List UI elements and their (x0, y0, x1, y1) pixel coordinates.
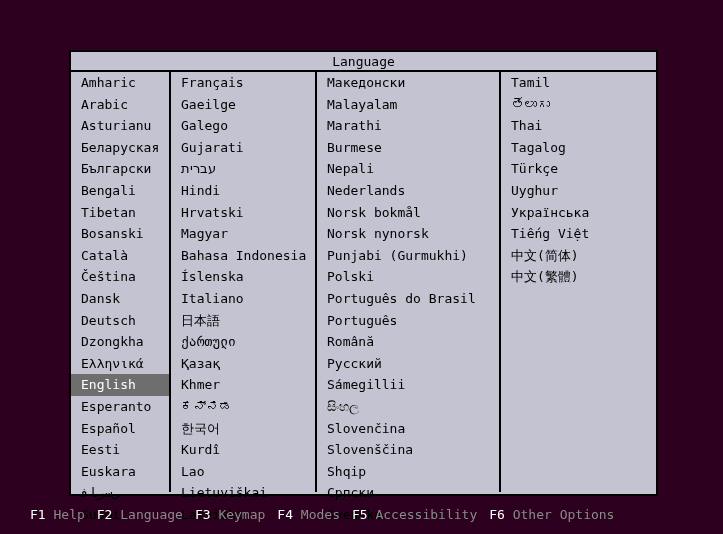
language-option[interactable]: Lietuviškai (171, 482, 315, 504)
language-option[interactable]: 中文(繁體) (501, 266, 656, 288)
language-column: FrançaisGaeilgeGalegoGujaratiעבריתHindiH… (171, 72, 317, 492)
language-option[interactable]: Tibetan (71, 202, 169, 224)
language-option[interactable]: Deutsch (71, 310, 169, 332)
footer-item[interactable]: F1 Help (30, 507, 85, 522)
footer-key: F2 (97, 507, 113, 522)
language-option[interactable]: Dansk (71, 288, 169, 310)
language-option[interactable]: Tiếng Việt (501, 223, 656, 245)
language-option[interactable]: Hrvatski (171, 202, 315, 224)
language-option[interactable]: Bengali (71, 180, 169, 202)
language-option[interactable]: Esperanto (71, 396, 169, 418)
language-option[interactable]: සිංහල (317, 396, 499, 418)
footer-label: Keymap (211, 507, 266, 522)
language-option[interactable]: Tagalog (501, 137, 656, 159)
language-option[interactable]: Български (71, 158, 169, 180)
language-option[interactable]: Türkçe (501, 158, 656, 180)
language-option[interactable]: Slovenščina (317, 439, 499, 461)
language-option[interactable]: Nederlands (317, 180, 499, 202)
footer-label: Language (112, 507, 182, 522)
language-option[interactable]: 中文(简体) (501, 245, 656, 267)
footer-label: Help (46, 507, 85, 522)
language-option[interactable]: Eesti (71, 439, 169, 461)
language-option[interactable]: Қазақ (171, 353, 315, 375)
language-option[interactable]: Kurdî (171, 439, 315, 461)
language-option[interactable]: Burmese (317, 137, 499, 159)
language-option[interactable]: Slovenčina (317, 418, 499, 440)
footer-key: F5 (352, 507, 368, 522)
footer-item[interactable]: F6 Other Options (489, 507, 614, 522)
language-option[interactable]: Српски (317, 482, 499, 504)
language-option[interactable]: Norsk bokmål (317, 202, 499, 224)
language-option[interactable]: Bosanski (71, 223, 169, 245)
language-column: TamilతెలుగుThaiTagalogTürkçeUyghurУкраїн… (501, 72, 656, 492)
footer-bar: F1 HelpF2 LanguageF3 KeymapF4 ModesF5 Ac… (30, 507, 614, 522)
language-option[interactable]: Norsk nynorsk (317, 223, 499, 245)
language-option[interactable]: Arabic (71, 94, 169, 116)
language-option[interactable]: Gujarati (171, 137, 315, 159)
language-column: AmharicArabicAsturianuБеларускаяБългарск… (71, 72, 171, 492)
language-option[interactable]: Português (317, 310, 499, 332)
language-option[interactable]: Català (71, 245, 169, 267)
language-option[interactable]: Shqip (317, 461, 499, 483)
language-option[interactable]: Hindi (171, 180, 315, 202)
language-option[interactable]: Dzongkha (71, 331, 169, 353)
footer-label: Modes (293, 507, 340, 522)
footer-label: Other Options (505, 507, 615, 522)
language-option[interactable]: Malayalam (317, 94, 499, 116)
footer-item[interactable]: F3 Keymap (195, 507, 265, 522)
footer-key: F4 (277, 507, 293, 522)
language-option[interactable]: Amharic (71, 72, 169, 94)
language-option[interactable]: Français (171, 72, 315, 94)
language-option[interactable]: Euskara (71, 461, 169, 483)
language-option[interactable]: Gaeilge (171, 94, 315, 116)
language-option[interactable]: Punjabi (Gurmukhi) (317, 245, 499, 267)
language-option[interactable]: Uyghur (501, 180, 656, 202)
language-option[interactable]: ქართული (171, 331, 315, 353)
language-columns: AmharicArabicAsturianuБеларускаяБългарск… (71, 72, 656, 492)
footer-key: F6 (489, 507, 505, 522)
language-option[interactable]: Ελληνικά (71, 353, 169, 375)
language-option[interactable]: 日本語 (171, 310, 315, 332)
language-option[interactable]: Íslenska (171, 266, 315, 288)
language-option[interactable]: Português do Brasil (317, 288, 499, 310)
language-option[interactable]: Română (317, 331, 499, 353)
language-option[interactable]: Nepali (317, 158, 499, 180)
footer-item[interactable]: F5 Accessibility (352, 507, 477, 522)
language-dialog: Language AmharicArabicAsturianuБеларуска… (69, 50, 658, 496)
language-option[interactable]: ಕನ್ನಡ (171, 396, 315, 418)
language-option[interactable]: Lao (171, 461, 315, 483)
language-option[interactable]: తెలుగు (501, 94, 656, 116)
language-option[interactable]: Khmer (171, 374, 315, 396)
language-option[interactable]: 한국어 (171, 418, 315, 440)
language-option[interactable]: Bahasa Indonesia (171, 245, 315, 267)
language-option[interactable]: Čeština (71, 266, 169, 288)
language-option[interactable]: עברית (171, 158, 315, 180)
language-option[interactable]: Marathi (317, 115, 499, 137)
footer-item[interactable]: F2 Language (97, 507, 183, 522)
dialog-title: Language (71, 52, 656, 72)
language-option[interactable]: Українська (501, 202, 656, 224)
footer-key: F1 (30, 507, 46, 522)
language-option[interactable]: Italiano (171, 288, 315, 310)
language-option[interactable]: Asturianu (71, 115, 169, 137)
language-option[interactable]: Galego (171, 115, 315, 137)
language-option[interactable]: Magyar (171, 223, 315, 245)
language-option[interactable]: Македонски (317, 72, 499, 94)
language-option[interactable]: Tamil (501, 72, 656, 94)
footer-item[interactable]: F4 Modes (277, 507, 340, 522)
language-column: МакедонскиMalayalamMarathiBurmeseNepaliN… (317, 72, 501, 492)
footer-key: F3 (195, 507, 211, 522)
language-option[interactable]: Беларуская (71, 137, 169, 159)
language-option[interactable]: English (71, 374, 169, 396)
language-option[interactable]: Русский (317, 353, 499, 375)
language-option[interactable]: Sámegillii (317, 374, 499, 396)
language-option[interactable]: Thai (501, 115, 656, 137)
footer-label: Accessibility (368, 507, 478, 522)
language-option[interactable]: Polski (317, 266, 499, 288)
language-option[interactable]: Español (71, 418, 169, 440)
language-option[interactable]: ﻰﺳﺭﺎﻓ (71, 482, 169, 504)
